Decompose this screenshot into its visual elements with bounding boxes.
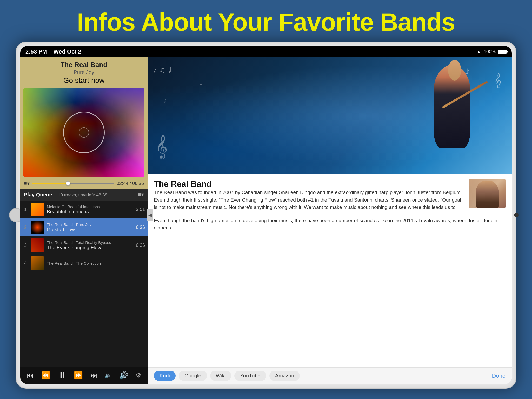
track-name: Beautiful Intentions [47, 209, 133, 215]
track-item[interactable]: 3 The Real Band Total Reality Bypass The… [20, 236, 148, 254]
page-title: Infos About Your Favorite Bands [0, 0, 532, 42]
ipad-screen: 2:53 PM Wed Oct 2 ▲ 100% The Real Band P… [20, 46, 512, 384]
track-artist-album: The Real Band Total Reality Bypass [47, 240, 133, 245]
track-duration: 3:51 [136, 207, 145, 212]
camera-dot [514, 213, 519, 217]
track-thumbnail [31, 203, 44, 216]
track-item-active[interactable]: 2 The Real Band Pure Joy Go start now [20, 218, 148, 236]
wifi-icon: ▲ [476, 49, 481, 55]
queue-menu-icon[interactable]: ≡▾ [138, 191, 144, 198]
wiki-button[interactable]: Wiki [210, 371, 231, 381]
play-queue-title: Play Queue [24, 192, 52, 197]
track-name: Go start now [47, 227, 133, 232]
track-item[interactable]: 4 The Real Band The Collection [20, 254, 148, 272]
track-artist-album: The Real Band The Collection [47, 261, 142, 265]
track-info: Melanie C Beautful Intentions Beautiful … [47, 204, 133, 215]
track-duration: 6:36 [136, 225, 145, 230]
band-description-2: Even though the band's high ambition in … [154, 217, 506, 362]
progress-track[interactable] [32, 183, 114, 184]
band-photo [469, 179, 506, 208]
done-button[interactable]: Done [492, 373, 506, 379]
right-panel: ♪ ♫ ♩ 𝄞 ♪ ♫ ♩ ♪ 𝄞 [148, 57, 512, 384]
track-number: 2 [23, 225, 28, 230]
band-description-1: The Real Band was founded in 2007 by Can… [154, 189, 464, 211]
track-artist-album: The Real Band Pure Joy [47, 222, 133, 227]
track-info: The Real Band Pure Joy Go start now [47, 222, 133, 232]
volume-high-icon[interactable]: 🔊 [117, 370, 130, 381]
link-buttons-group: Kodi Google Wiki YouTube Amazon [154, 371, 300, 381]
status-right: ▲ 100% [476, 49, 507, 55]
band-info-top: The Real Band The Real Band was founded … [154, 179, 506, 211]
progress-thumb[interactable] [66, 181, 70, 186]
album-art [23, 88, 144, 177]
progress-fill [32, 183, 68, 184]
band-info-section: The Real Band The Real Band was founded … [148, 174, 512, 367]
track-name: The Ever Changing Flow [47, 245, 133, 250]
progress-area: ≡▾ 02:44 / 06:36 [20, 178, 148, 189]
menu-icon[interactable]: ≡▾ [24, 180, 30, 187]
volume-low-icon[interactable]: 🔈 [103, 371, 114, 380]
track-thumbnail [31, 238, 44, 252]
track-item[interactable]: 1 Melanie C Beautful Intentions Beautifu… [20, 201, 148, 218]
fast-forward-button[interactable]: ⏩ [72, 370, 85, 381]
track-list: 1 Melanie C Beautful Intentions Beautifu… [20, 201, 148, 367]
kodi-button[interactable]: Kodi [154, 371, 176, 381]
track-info: The Real Band The Collection [47, 261, 142, 265]
track-artist-album: Melanie C Beautful Intentions [47, 204, 133, 209]
link-buttons-bar: Kodi Google Wiki YouTube Amazon Done [148, 367, 512, 384]
ipad-frame: 2:53 PM Wed Oct 2 ▲ 100% The Real Band P… [16, 42, 516, 389]
skip-back-button[interactable]: ⏮ [24, 370, 36, 381]
now-playing-album: Pure Joy [23, 69, 145, 75]
settings-button[interactable]: ⚙ [134, 371, 143, 380]
battery-icon [498, 50, 507, 54]
album-art-container [20, 87, 148, 178]
track-thumbnail [31, 221, 44, 234]
battery-text: 100% [484, 49, 496, 55]
track-info: The Real Band Total Reality Bypass The E… [47, 240, 133, 250]
amazon-button[interactable]: Amazon [269, 371, 300, 381]
skip-forward-button[interactable]: ⏭ [88, 370, 99, 381]
track-thumbnail [31, 256, 44, 270]
band-hero-image: ♪ ♫ ♩ 𝄞 ♪ ♫ ♩ ♪ 𝄞 [148, 57, 512, 174]
track-number: 4 [23, 261, 28, 266]
now-playing-band: The Real Band [23, 61, 145, 69]
progress-time: 02:44 / 06:36 [117, 181, 144, 186]
track-number: 3 [23, 243, 28, 248]
google-button[interactable]: Google [179, 371, 207, 381]
play-queue: Play Queue 10 tracks, time left: 48:38 ≡… [20, 189, 148, 367]
main-content: The Real Band Pure Joy Go start now [20, 57, 512, 384]
status-time: 2:53 PM Wed Oct 2 [25, 48, 81, 55]
play-queue-info: 10 tracks, time left: 48:38 [58, 192, 107, 197]
youtube-button[interactable]: YouTube [234, 371, 266, 381]
transport-bar: ⏮ ⏪ ⏸ ⏩ ⏭ 🔈 🔊 ⚙ [20, 367, 148, 384]
pause-button[interactable]: ⏸ [56, 369, 69, 381]
rewind-button[interactable]: ⏪ [39, 370, 52, 381]
left-panel: The Real Band Pure Joy Go start now [20, 57, 148, 384]
band-name-title: The Real Band [154, 179, 464, 189]
now-playing-song: Go start now [23, 76, 145, 85]
track-number: 1 [23, 207, 28, 212]
vinyl-inner [79, 127, 89, 138]
track-duration: 6:36 [136, 243, 145, 248]
now-playing-header: The Real Band Pure Joy Go start now [20, 57, 148, 87]
collapse-panel-button[interactable]: ◀ [147, 209, 153, 221]
status-bar: 2:53 PM Wed Oct 2 ▲ 100% [20, 46, 512, 57]
play-queue-header: Play Queue 10 tracks, time left: 48:38 ≡… [20, 189, 148, 201]
